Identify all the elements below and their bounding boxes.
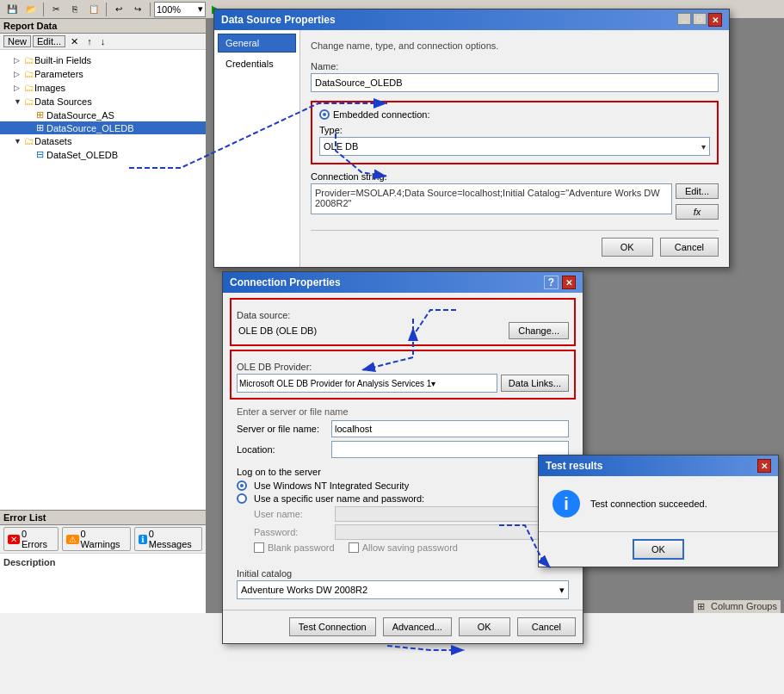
ds-props-close[interactable]: ✕ <box>708 13 722 27</box>
expand-arrow-ds: ▼ <box>14 97 24 106</box>
fx-btn[interactable]: fx <box>676 204 719 220</box>
desc-label: Description <box>3 557 56 567</box>
toolbar-redo[interactable]: ↪ <box>129 2 146 17</box>
tree-builtin-fields[interactable]: ▷ 🗂 Built-in Fields <box>0 53 206 67</box>
tree-label-ds-oledb: DataSource_OLEDB <box>46 123 134 133</box>
nt-security-row: Use Windows NT Integrated Security <box>237 480 569 491</box>
ds-props-sidebar: General Credentials <box>214 30 300 267</box>
toolbar-save[interactable]: 💾 <box>3 2 21 17</box>
test-connection-btn[interactable]: Test Connection <box>289 617 376 636</box>
provider-select[interactable]: Microsoft OLE DB Provider for Analysis S… <box>237 374 497 393</box>
tab-credentials[interactable]: Credentials <box>218 54 296 73</box>
toolbar-sep-3 <box>150 3 151 16</box>
tree-images[interactable]: ▷ 🗂 Images <box>0 81 206 95</box>
test-title: Test results <box>546 460 602 472</box>
tree-parameters[interactable]: ▷ 🗂 Parameters <box>0 67 206 81</box>
server-row: Server or file name: <box>237 420 569 437</box>
toolbar-undo[interactable]: ↩ <box>110 2 127 17</box>
conn-props-title: Connection Properties <box>230 276 341 288</box>
tree-area: ▷ 🗂 Built-in Fields ▷ 🗂 Parameters ▷ 🗂 I… <box>0 50 206 164</box>
blank-password-checkbox[interactable] <box>254 542 264 553</box>
server-input[interactable] <box>331 420 569 437</box>
type-select[interactable]: OLE DB ▾ <box>319 137 710 156</box>
catalog-dropdown-arrow: ▾ <box>559 585 565 596</box>
password-input[interactable] <box>335 524 569 540</box>
blank-password-row: Blank password <box>254 542 335 553</box>
ds-props-maximize[interactable]: □ <box>693 13 707 25</box>
messages-btn[interactable]: ℹ 0 Messages <box>134 527 202 551</box>
logon-title: Log on to the server <box>237 467 569 477</box>
specific-user-label: Use a specific user name and password: <box>254 493 424 504</box>
name-input[interactable] <box>311 73 719 92</box>
conn-cancel-btn[interactable]: Cancel <box>517 617 576 636</box>
connection-box: Embedded connection: Type: OLE DB ▾ <box>311 101 719 164</box>
test-close-btn[interactable]: ✕ <box>757 459 771 473</box>
tab-general[interactable]: General <box>218 34 296 53</box>
embedded-label: Embedded connection: <box>333 109 430 120</box>
conn-help-icon[interactable]: ? <box>544 276 559 289</box>
specific-user-radio[interactable] <box>237 493 247 504</box>
location-row: Location: <box>237 441 569 458</box>
warning-count: ⚠ <box>66 535 79 544</box>
zoom-box[interactable]: 100% ▾ <box>154 2 206 17</box>
info-count: ℹ <box>139 535 147 544</box>
toolbar-down[interactable]: ↓ <box>97 36 109 46</box>
username-input[interactable] <box>335 506 569 522</box>
catalog-section: Initial catalog Adventure Works DW 2008R… <box>230 558 576 604</box>
tree-datasource-as[interactable]: ⊞ DataSource_AS <box>0 108 206 121</box>
name-label: Name: <box>311 61 719 71</box>
delete-btn[interactable]: ✕ <box>67 36 82 47</box>
tree-datasources[interactable]: ▼ 🗂 Data Sources <box>0 95 206 108</box>
specific-user-row: Use a specific user name and password: <box>237 493 569 504</box>
type-label: Type: <box>319 125 710 135</box>
ds-cancel-btn[interactable]: Cancel <box>660 238 719 257</box>
change-btn[interactable]: Change... <box>509 322 569 339</box>
folder-icon: 🗂 <box>24 54 34 66</box>
dataset-icon: ⊟ <box>36 149 44 160</box>
errors-btn[interactable]: ✕ 0 Errors <box>3 527 59 551</box>
tree-datasource-oledb[interactable]: ⊞ DataSource_OLEDB <box>0 121 206 134</box>
catalog-select[interactable]: Adventure Works DW 2008R2 ▾ <box>237 580 569 599</box>
tree-label-ds-as: DataSource_AS <box>46 110 114 121</box>
error-label: 0 Errors <box>22 529 54 549</box>
toolbar-up[interactable]: ↑ <box>83 36 96 46</box>
tree-label-builtin: Built-in Fields <box>34 55 91 65</box>
conn-props-close[interactable]: ✕ <box>562 276 576 289</box>
new-menu-item[interactable]: New <box>3 35 31 47</box>
server-section: Enter a server or file name Server or fi… <box>230 406 576 458</box>
ds-ok-btn[interactable]: OK <box>602 238 653 257</box>
data-links-btn[interactable]: Data Links... <box>501 375 569 392</box>
toolbar-cut[interactable]: ✂ <box>47 2 65 17</box>
messages-label: 0 Messages <box>149 529 198 549</box>
test-body: i Test connection succeeded. <box>539 476 778 531</box>
warnings-btn[interactable]: ⚠ 0 Warnings <box>62 527 131 551</box>
ds-props-title: Data Source Properties <box>221 14 336 26</box>
toolbar-copy[interactable]: ⎘ <box>66 2 83 17</box>
password-options-row: Blank password Allow saving password <box>237 542 569 553</box>
toolbar-paste[interactable]: 📋 <box>85 2 102 17</box>
tree-label-dataset-oledb: DataSet_OLEDB <box>46 150 118 160</box>
ds-props-minimize[interactable]: _ <box>677 13 691 25</box>
username-row: User name: <box>237 506 569 522</box>
location-input[interactable] <box>331 441 569 458</box>
provider-value: Microsoft OLE DB Provider for Analysis S… <box>239 379 431 388</box>
conn-ok-btn[interactable]: OK <box>459 617 510 636</box>
type-dropdown-arrow: ▾ <box>701 142 706 152</box>
error-panel: Error List ✕ 0 Errors ⚠ 0 Warnings ℹ 0 M… <box>0 510 207 613</box>
toolbar-open[interactable]: 📂 <box>22 2 40 17</box>
test-ok-btn[interactable]: OK <box>633 539 684 560</box>
conn-advanced-btn[interactable]: Advanced... <box>383 617 452 636</box>
toolbar-sep-1 <box>43 3 44 16</box>
username-label: User name: <box>254 509 331 519</box>
password-label: Password: <box>254 527 331 537</box>
error-description-header: Description <box>0 554 206 571</box>
tree-dataset-oledb[interactable]: ⊟ DataSet_OLEDB <box>0 148 206 161</box>
edit-btn[interactable]: Edit... <box>676 183 719 199</box>
tree-datasets[interactable]: ▼ 🗂 Datasets <box>0 134 206 148</box>
allow-saving-checkbox[interactable] <box>349 542 359 553</box>
allow-saving-row: Allow saving password <box>349 542 458 553</box>
embedded-radio[interactable] <box>319 109 330 120</box>
nt-security-radio[interactable] <box>237 480 247 491</box>
edit-menu-item[interactable]: Edit... <box>33 35 65 47</box>
folder-icon-datasets: 🗂 <box>24 135 34 147</box>
